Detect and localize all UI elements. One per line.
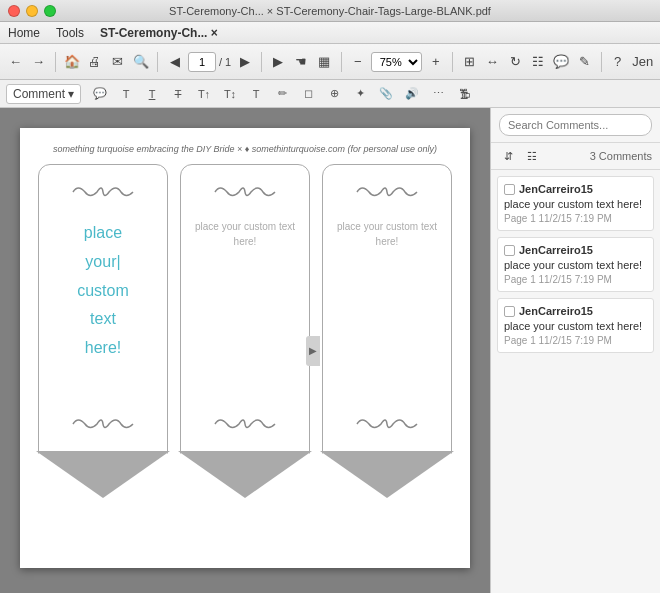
comment-sticky-tool[interactable]: 💬 [89, 83, 111, 105]
select-tool[interactable]: ▦ [315, 49, 334, 75]
comment-date-1: 11/2/15 [538, 213, 571, 224]
comment-strikethrough-tool[interactable]: T [167, 83, 189, 105]
comment-shape-tool[interactable]: ⊕ [323, 83, 345, 105]
comment-item-1[interactable]: JenCarreiro15 place your custom text her… [497, 176, 654, 231]
comment-more-tool[interactable]: ⋯ [427, 83, 449, 105]
comment-time-1: 7:19 PM [575, 213, 612, 224]
comment-item-2[interactable]: JenCarreiro15 place your custom text her… [497, 237, 654, 292]
comment-user-1: JenCarreiro15 [519, 183, 593, 195]
menu-tools[interactable]: Tools [56, 26, 84, 40]
home-tool-button[interactable]: 🏠 [63, 49, 82, 75]
comment-text-tool[interactable]: T [245, 83, 267, 105]
maximize-button[interactable] [44, 5, 56, 17]
pdf-header: something turquoise embracing the DIY Br… [36, 144, 454, 154]
comment-bubble-button[interactable]: 💬 [552, 49, 571, 75]
tag-text-content-2: place your custom text here! [181, 219, 309, 249]
hand-tool[interactable]: ☚ [292, 49, 311, 75]
rotate-button[interactable]: ↻ [506, 49, 525, 75]
comment-attach-tool[interactable]: 📎 [375, 83, 397, 105]
comment-checkbox-1[interactable] [504, 184, 515, 195]
email-button[interactable]: ✉ [108, 49, 127, 75]
window-controls[interactable] [8, 5, 56, 17]
comments-panel-toolbar: ⇵ ☷ 3 Comments [491, 143, 660, 170]
extract-button[interactable]: ☷ [529, 49, 548, 75]
comment-underline-tool[interactable]: T [141, 83, 163, 105]
sort-comments-button[interactable]: ⇵ [499, 147, 517, 165]
tag-text-content-1: placeyour|customtexthere! [39, 219, 167, 363]
comment-insert-tool[interactable]: T↑ [193, 83, 215, 105]
tag-decoration-bottom-3 [352, 413, 422, 441]
help-btn[interactable]: ? [608, 49, 627, 75]
tag-custom-text-3: place your custom text here! [331, 219, 443, 249]
comment-dropdown-button[interactable]: Comment ▾ [6, 84, 81, 104]
menu-home[interactable]: Home [8, 26, 40, 40]
separator-4 [341, 52, 342, 72]
comment-replace-tool[interactable]: T↕ [219, 83, 241, 105]
tag-top-2[interactable]: place your custom text here! [180, 164, 310, 454]
comment-meta-3: Page 1 11/2/15 7:19 PM [504, 335, 647, 346]
cursor-tool[interactable]: ▶ [269, 49, 288, 75]
back-button[interactable]: ← [6, 49, 25, 75]
pen-button[interactable]: ✎ [575, 49, 594, 75]
comments-list: JenCarreiro15 place your custom text her… [491, 170, 660, 593]
zoom-out-button[interactable]: − [348, 49, 367, 75]
menu-file-tab[interactable]: ST-Ceremony-Ch... × [100, 26, 218, 40]
pdf-area[interactable]: something turquoise embracing the DIY Br… [0, 108, 490, 593]
minimize-button[interactable] [26, 5, 38, 17]
window-title: ST-Ceremony-Ch... × ST-Ceremony-Chair-Ta… [169, 5, 491, 17]
prev-page-button[interactable]: ◀ [165, 49, 184, 75]
zoom-in-button[interactable]: + [426, 49, 445, 75]
comment-body-1: place your custom text here! [504, 198, 647, 210]
zoom-select[interactable]: 75% 100% 125% 150% [371, 52, 422, 72]
title-bar: ST-Ceremony-Ch... × ST-Ceremony-Chair-Ta… [0, 0, 660, 22]
comment-time-2: 7:19 PM [575, 274, 612, 285]
comment-stamp-tool[interactable]: ✦ [349, 83, 371, 105]
tag-top-3[interactable]: place your custom text here! [322, 164, 452, 454]
tag-decoration-top-3 [352, 181, 422, 209]
filter-comments-button[interactable]: ☷ [523, 147, 541, 165]
comment-header-1: JenCarreiro15 [504, 183, 647, 195]
tag-text-content-3: place your custom text here! [323, 219, 451, 249]
comment-checkbox-3[interactable] [504, 306, 515, 317]
comment-header-2: JenCarreiro15 [504, 244, 647, 256]
tag-decoration-top-2 [210, 181, 280, 209]
comment-item-3[interactable]: JenCarreiro15 place your custom text her… [497, 298, 654, 353]
fit-width-button[interactable]: ↔ [483, 49, 502, 75]
print-button[interactable]: 🖨 [86, 49, 105, 75]
comment-page-3: Page 1 [504, 335, 536, 346]
user-btn[interactable]: Jen [631, 49, 654, 75]
tag-card-3: place your custom text here! [322, 164, 452, 498]
tag-pointer-3 [322, 453, 452, 498]
page-total: 1 [225, 56, 231, 68]
comment-eraser-tool[interactable]: ◻ [297, 83, 319, 105]
comment-audio-tool[interactable]: 🔊 [401, 83, 423, 105]
separator-5 [452, 52, 453, 72]
comment-chevron: ▾ [68, 87, 74, 101]
tag-top-1[interactable]: placeyour|customtexthere! [38, 164, 168, 454]
comment-checkbox-2[interactable] [504, 245, 515, 256]
separator-1 [55, 52, 56, 72]
tag-card-1: placeyour|customtexthere! [38, 164, 168, 498]
comment-close-tool[interactable]: 🗜 [453, 83, 475, 105]
comment-highlight-tool[interactable]: T [115, 83, 137, 105]
fit-page-button[interactable]: ⊞ [460, 49, 479, 75]
comment-label: Comment [13, 87, 65, 101]
comments-search-input[interactable] [499, 114, 652, 136]
comment-header-3: JenCarreiro15 [504, 305, 647, 317]
search-button[interactable]: 🔍 [131, 49, 150, 75]
page-separator: / [219, 56, 222, 68]
comment-pencil-tool[interactable]: ✏ [271, 83, 293, 105]
comment-date-3: 11/2/15 [538, 335, 571, 346]
forward-button[interactable]: → [29, 49, 48, 75]
menu-bar: Home Tools ST-Ceremony-Ch... × [0, 22, 660, 44]
close-button[interactable] [8, 5, 20, 17]
next-page-button[interactable]: ▶ [235, 49, 254, 75]
separator-3 [261, 52, 262, 72]
comment-user-3: JenCarreiro15 [519, 305, 593, 317]
separator-6 [601, 52, 602, 72]
comment-count: 3 Comments [590, 150, 652, 162]
comment-page-2: Page 1 [504, 274, 536, 285]
panel-collapse-button[interactable]: ▶ [306, 336, 320, 366]
tag-decoration-bottom-1 [68, 413, 138, 441]
page-input[interactable]: 1 [188, 52, 216, 72]
